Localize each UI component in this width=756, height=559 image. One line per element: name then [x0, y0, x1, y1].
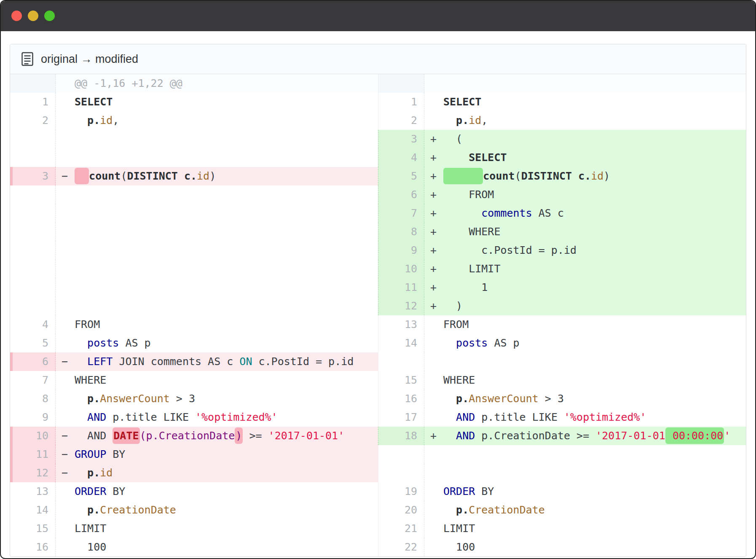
line-number-right: 19 — [378, 482, 424, 501]
zoom-button[interactable] — [44, 11, 55, 21]
code-token: FROM — [443, 188, 494, 201]
line-code-left: AND p.title LIKE '%optimized%' — [56, 408, 378, 427]
code-token: AND — [87, 411, 106, 423]
line-code-right: p.CreationDate — [424, 501, 746, 519]
close-button[interactable] — [11, 11, 22, 21]
inline-change-highlight — [75, 168, 89, 184]
line-number-left — [10, 148, 56, 167]
added-line-marker: + — [430, 148, 437, 167]
line-code-right: + WHERE — [424, 223, 746, 241]
code-token: 1 — [443, 281, 488, 293]
code-token: >= — [243, 430, 268, 442]
code-token: ( — [121, 170, 127, 182]
code-token: ) — [603, 170, 610, 182]
traffic-lights — [11, 11, 55, 21]
minimize-button[interactable] — [28, 11, 38, 21]
code-token: GROUP — [75, 448, 106, 460]
line-code-left: ORDER BY — [56, 482, 378, 501]
code-token: BY — [106, 448, 125, 460]
code-token: c. — [184, 170, 197, 182]
code-token — [443, 430, 456, 442]
deleted-line-marker: − — [62, 352, 68, 371]
line-code-left — [56, 148, 378, 167]
line-code-left: SELECT — [56, 93, 378, 111]
deleted-line-marker: − — [62, 427, 68, 445]
line-number-right: 1 — [378, 93, 424, 111]
line-number-left: 7 — [10, 371, 56, 390]
code-token: ' — [724, 430, 730, 442]
deleted-line-marker: − — [62, 464, 68, 482]
diff-row: 7+ comments AS c — [10, 204, 746, 223]
code-token — [178, 170, 184, 182]
line-number-left — [10, 223, 56, 241]
diff-row: 16 10022 100 — [10, 538, 746, 556]
added-line-marker: + — [430, 278, 437, 297]
line-number-left: 5 — [10, 334, 56, 352]
code-token — [75, 392, 87, 405]
hunk-header-right — [424, 74, 746, 93]
hunk-header-row: @@ -1,16 +1,22 @@ — [10, 74, 746, 93]
line-number-left: 2 — [10, 111, 56, 130]
code-token: , — [481, 114, 488, 126]
line-code-left — [56, 297, 378, 315]
code-token — [572, 170, 578, 182]
code-token — [443, 411, 456, 423]
line-code-left: p.CreationDate — [56, 501, 378, 519]
code-token: c. — [578, 170, 591, 182]
line-number-left: 16 — [10, 538, 56, 556]
line-number-left: 11 — [10, 445, 56, 464]
diff-row: 11−GROUP BY — [10, 445, 746, 464]
added-line-marker: + — [430, 204, 437, 223]
code-token: posts — [456, 337, 488, 349]
code-token: p. — [87, 392, 100, 405]
line-code-right: ORDER BY — [424, 482, 746, 501]
code-token: '2017-01-01 — [595, 430, 665, 442]
line-number-right: 2 — [378, 111, 424, 130]
code-token — [443, 392, 456, 405]
code-token — [75, 114, 87, 126]
line-code-right: p.AnswerCount > 3 — [424, 390, 746, 408]
diff-row: 12− p.id — [10, 464, 746, 482]
line-code-left — [56, 185, 378, 204]
line-code-right: + c.PostId = p.id — [424, 241, 746, 260]
code-token: LIMIT — [443, 522, 475, 535]
line-number-right: 12 — [378, 297, 424, 315]
line-code-left: − count(DISTINCT c.id) — [56, 167, 378, 185]
code-token: count — [483, 170, 515, 182]
line-number-left: 8 — [10, 390, 56, 408]
added-line-marker: + — [430, 427, 437, 445]
deleted-line-marker: − — [62, 445, 68, 464]
code-token: DISTINCT — [127, 170, 177, 182]
added-line-marker: + — [430, 223, 437, 241]
diff-row: 9 AND p.title LIKE '%optimized%'17 AND p… — [10, 408, 746, 427]
code-token: p. — [456, 114, 469, 126]
line-code-left: p.AnswerCount > 3 — [56, 390, 378, 408]
code-token: SELECT — [469, 151, 507, 164]
window-titlebar — [1, 1, 755, 31]
line-number-left — [10, 130, 56, 148]
line-code-right: + count(DISTINCT c.id) — [424, 167, 746, 185]
line-code-left: WHERE — [56, 371, 378, 390]
code-token: AS p — [119, 337, 150, 349]
inline-change-highlight: 00:00:00 — [665, 427, 724, 444]
code-token: p.CreationDate — [146, 430, 235, 442]
line-code-right: p.id, — [424, 111, 746, 130]
line-code-left: LIMIT — [56, 519, 378, 538]
line-code-right: + AND p.CreationDate >= '2017-01-01 00:0… — [424, 427, 746, 445]
code-token: id — [197, 170, 209, 182]
code-token: ) — [443, 300, 462, 312]
code-token: WHERE — [75, 374, 106, 386]
code-token: JOIN comments AS c — [113, 355, 239, 368]
line-code-left: FROM — [56, 315, 378, 334]
code-token: AS p — [488, 337, 519, 349]
line-code-left — [56, 204, 378, 223]
code-token: c.PostId = p.id — [252, 355, 354, 368]
diff-row: 4+ SELECT — [10, 148, 746, 167]
line-number-left — [10, 297, 56, 315]
diff-row: 4FROM13FROM — [10, 315, 746, 334]
diff-row: 12+ ) — [10, 297, 746, 315]
code-token: 100 — [443, 541, 475, 553]
code-token: ORDER — [75, 485, 106, 497]
line-code-left: − p.id — [56, 464, 378, 482]
code-token — [443, 337, 456, 349]
